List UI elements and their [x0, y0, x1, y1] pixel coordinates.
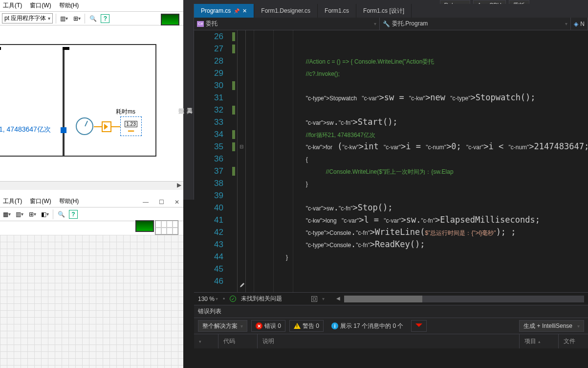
scrollbar-h[interactable]: ▶: [0, 181, 183, 190]
menu-window[interactable]: 窗口(W): [30, 1, 51, 10]
scope-combo[interactable]: 整个解决方案▾: [198, 320, 247, 332]
col-desc[interactable]: 说明: [258, 334, 520, 348]
check-icon: ✓: [230, 296, 236, 302]
align-icon[interactable]: ▥▾: [59, 14, 69, 23]
tab-designer[interactable]: Form1.Designer.cs: [254, 4, 318, 18]
tunnel-node[interactable]: [61, 127, 66, 133]
timer-node[interactable]: [76, 117, 93, 135]
indicator-label: 耗时ms: [116, 108, 135, 116]
tab-program-cs[interactable]: Program.cs 📌 ✕: [194, 4, 254, 18]
tab-form1[interactable]: Form1.cs: [318, 4, 356, 18]
block-diagram[interactable]: 1, 47483647亿次 耗时ms 1.23 ▂▂: [0, 39, 156, 166]
labview-menu-top: 工具(T) 窗口(W) 帮助(H): [0, 0, 183, 12]
tab-form1-design[interactable]: Form1.cs [设计]: [356, 4, 412, 18]
side-tab-datasource[interactable]: 数据源: [177, 7, 185, 200]
line-gutter: 2627282930313233343536373839404142434445…: [194, 30, 230, 292]
key-icon: 🔧: [383, 21, 390, 27]
menu-tools[interactable]: 工具(T): [3, 1, 22, 10]
code-area[interactable]: //Action c = () => { Console.WriteLine("…: [246, 30, 588, 292]
terminal-icon-b[interactable]: [135, 220, 154, 232]
menu-tools-b[interactable]: 工具(T): [3, 197, 22, 206]
fold-column[interactable]: ⊟: [237, 30, 246, 292]
change-marks: [230, 30, 237, 292]
eyedropper-icon[interactable]: [238, 280, 246, 288]
col-code[interactable]: 代码: [218, 334, 258, 348]
align-icon-b[interactable]: ▥▾: [15, 209, 24, 219]
breadcrumb: C#委托 ▾ 🔧委托.Program ▾ ◈ N: [194, 18, 588, 30]
labview-toolbar-top: pt 应用程序字体▾ ▥▾ ⊞▾ 🔍 ?: [0, 12, 183, 25]
filter-icon: [415, 322, 422, 329]
layout-icon[interactable]: ▦▾: [2, 209, 12, 219]
menu-help[interactable]: 帮助(H): [59, 1, 79, 10]
col-file[interactable]: 文件: [559, 334, 588, 348]
editor-status-bar: 130 %▾ • ✓ 未找到相关问题 ▾: [194, 292, 588, 305]
search-icon[interactable]: 🔍: [88, 14, 98, 23]
error-icon: ✕: [256, 322, 262, 329]
warnings-pill[interactable]: 警告 0: [289, 320, 324, 332]
subtract-node[interactable]: [102, 121, 111, 132]
warning-icon: [294, 323, 301, 329]
filter-button[interactable]: [411, 320, 427, 332]
editor-tabs: Program.cs 📌 ✕ Form1.Designer.cs Form1.c…: [194, 4, 588, 18]
menu-window-b[interactable]: 窗口(W): [30, 197, 51, 206]
status-text: 未找到相关问题: [241, 295, 282, 303]
col-proj[interactable]: 项目▴: [520, 334, 559, 348]
help-icon[interactable]: ?: [101, 14, 109, 23]
scrollbar-h-editor[interactable]: [344, 296, 584, 302]
crumb-class[interactable]: 🔧委托.Program ▾: [380, 18, 571, 30]
errors-pill[interactable]: ✕错误 0: [251, 320, 285, 332]
side-tab-toolbox[interactable]: 工具箱: [185, 7, 194, 200]
search-icon-b[interactable]: 🔍: [56, 209, 66, 219]
distribute-icon-b[interactable]: ⊞▾: [27, 209, 37, 219]
info-icon: i: [331, 322, 338, 329]
font-selector[interactable]: pt 应用程序字体▾: [2, 13, 53, 23]
maximize-icon[interactable]: ☐: [158, 199, 165, 206]
order-icon[interactable]: ◧▾: [40, 209, 50, 219]
help-icon-b[interactable]: ?: [69, 210, 78, 219]
messages-pill[interactable]: i展示 17 个消息中的 0 个: [327, 320, 407, 332]
error-list-toolbar: 整个解决方案▾ ✕错误 0 警告 0 i展示 17 个消息中的 0 个 生成 +…: [194, 318, 588, 334]
close-icon[interactable]: ✕: [174, 199, 180, 206]
zoom-level[interactable]: 130 %▾: [198, 296, 218, 302]
numeric-indicator[interactable]: 1.23 ▂▂: [120, 116, 142, 136]
build-source-combo[interactable]: 生成 + IntelliSense▾: [519, 320, 584, 332]
distribute-icon[interactable]: ⊞▾: [72, 14, 82, 23]
error-list-header[interactable]: 错误列表: [194, 305, 588, 318]
cube-icon: ◈: [574, 21, 578, 27]
connector-pane[interactable]: [155, 220, 178, 235]
minimize-icon[interactable]: —: [142, 199, 149, 206]
tab-close-icon[interactable]: ✕: [242, 8, 247, 14]
crumb-member[interactable]: ◈ N: [571, 18, 588, 30]
pin-icon[interactable]: 📌: [234, 8, 240, 14]
loop-count-label: 1, 47483647亿次: [0, 125, 51, 134]
front-panel-grid[interactable]: [0, 235, 183, 368]
error-rows: [194, 348, 588, 368]
minimap-icon[interactable]: [311, 296, 317, 302]
code-editor[interactable]: 2627282930313233343536373839404142434445…: [194, 30, 588, 292]
crumb-namespace[interactable]: C#委托 ▾: [194, 18, 380, 30]
labview-toolbar-bot: ▦▾ ▥▾ ⊞▾ ◧▾ 🔍 ?: [0, 207, 183, 221]
menu-help-b[interactable]: 帮助(H): [59, 197, 79, 206]
error-columns: ▾ 代码 说明 项目▴ 文件: [194, 334, 588, 348]
col-icon[interactable]: ▾: [194, 334, 218, 348]
